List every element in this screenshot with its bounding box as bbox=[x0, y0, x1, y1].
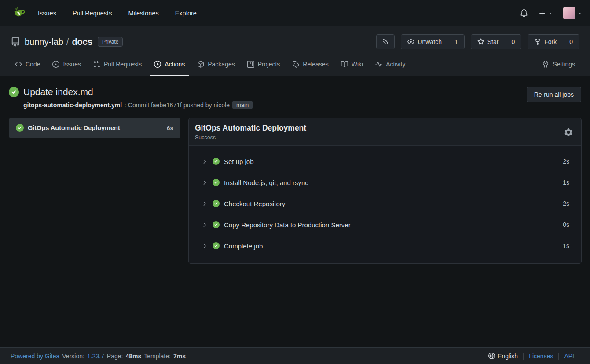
globe-icon bbox=[488, 353, 495, 359]
check-circle-icon bbox=[213, 179, 220, 186]
language-label: English bbox=[498, 353, 518, 360]
create-new-button[interactable] bbox=[539, 10, 553, 17]
watch-count[interactable]: 1 bbox=[448, 35, 464, 49]
git-fork-icon bbox=[534, 38, 541, 45]
tab-projects[interactable]: Projects bbox=[243, 54, 285, 76]
licenses-link[interactable]: Licenses bbox=[523, 353, 558, 360]
tab-label: Pull Requests bbox=[104, 61, 142, 68]
run-status-success-icon bbox=[9, 87, 19, 97]
commit-info: : Commit faebe1671f pushed by nicole bbox=[125, 102, 230, 109]
tab-label: Settings bbox=[553, 61, 575, 68]
tab-releases[interactable]: Releases bbox=[288, 54, 333, 76]
check-circle-icon bbox=[16, 124, 24, 132]
unwatch-button[interactable]: Unwatch bbox=[401, 35, 447, 49]
api-link[interactable]: API bbox=[558, 353, 579, 360]
template-time: 7ms bbox=[173, 353, 186, 360]
visibility-badge: Private bbox=[98, 37, 123, 47]
navbar-right bbox=[520, 7, 582, 19]
fork-button-group: Fork 0 bbox=[528, 34, 579, 49]
tab-actions[interactable]: Actions bbox=[150, 54, 189, 76]
run-head-left: Update index.md gitops-automatic-deploym… bbox=[9, 87, 253, 109]
chevron-down-icon bbox=[548, 11, 553, 15]
page-time: 48ms bbox=[125, 353, 141, 360]
step-duration: 2s bbox=[563, 200, 569, 207]
step-row-copy[interactable]: Copy Repository Data to Production Serve… bbox=[189, 214, 581, 235]
user-menu[interactable] bbox=[563, 7, 582, 19]
step-row-install[interactable]: Install Node.js, git, and rsync 1s bbox=[189, 172, 581, 193]
step-duration: 1s bbox=[563, 242, 569, 249]
template-label: Template: bbox=[144, 353, 171, 360]
step-row-complete[interactable]: Complete job 1s bbox=[189, 235, 581, 256]
check-circle-icon bbox=[213, 158, 220, 165]
star-button[interactable]: Star bbox=[471, 35, 505, 49]
tab-wiki[interactable]: Wiki bbox=[337, 54, 367, 76]
code-icon bbox=[15, 61, 22, 68]
job-duration: 6s bbox=[167, 125, 173, 131]
version-link[interactable]: 1.23.7 bbox=[87, 353, 104, 360]
pulse-icon bbox=[375, 61, 382, 68]
run-body: GitOps Automatic Deployment 6s GitOps Au… bbox=[0, 114, 590, 264]
tools-icon bbox=[542, 61, 549, 68]
nav-issues[interactable]: Issues bbox=[38, 10, 56, 17]
tab-issues[interactable]: Issues bbox=[48, 54, 85, 76]
tab-label: Packages bbox=[208, 61, 235, 68]
tab-activity[interactable]: Activity bbox=[371, 54, 410, 76]
job-list: GitOps Automatic Deployment 6s bbox=[9, 118, 180, 264]
actions-run-view: Update index.md gitops-automatic-deploym… bbox=[0, 76, 590, 347]
nav-milestones[interactable]: Milestones bbox=[128, 10, 158, 17]
play-icon bbox=[154, 61, 161, 68]
star-label: Star bbox=[487, 38, 499, 45]
tab-code[interactable]: Code bbox=[11, 54, 44, 76]
tag-icon bbox=[292, 61, 299, 68]
language-selector[interactable]: English bbox=[483, 353, 523, 360]
check-circle-icon bbox=[213, 221, 220, 228]
book-icon bbox=[341, 61, 348, 68]
job-list-item[interactable]: GitOps Automatic Deployment 6s bbox=[9, 118, 180, 138]
rss-button[interactable] bbox=[377, 35, 394, 49]
tab-packages[interactable]: Packages bbox=[193, 54, 239, 76]
repo-actions: Unwatch 1 Star 0 Fork 0 bbox=[376, 34, 579, 49]
job-card-header-text: GitOps Automatic Deployment Success bbox=[195, 124, 306, 141]
run-meta: gitops-automatic-deployment.yml: Commit … bbox=[23, 101, 253, 109]
issue-opened-icon bbox=[52, 61, 59, 68]
job-settings-button[interactable] bbox=[564, 128, 572, 136]
step-duration: 2s bbox=[563, 158, 569, 165]
step-name: Install Node.js, git, and rsync bbox=[224, 179, 563, 186]
notifications-button[interactable] bbox=[520, 9, 528, 17]
step-duration: 1s bbox=[563, 179, 569, 186]
step-row-setup[interactable]: Set up job 2s bbox=[189, 151, 581, 172]
footer-right: English Licenses API bbox=[483, 353, 579, 360]
repo-name-link[interactable]: docs bbox=[72, 37, 92, 47]
top-navbar: Issues Pull Requests Milestones Explore bbox=[0, 0, 590, 26]
check-circle-icon bbox=[213, 200, 220, 207]
rerun-all-jobs-button[interactable]: Re-run all jobs bbox=[527, 87, 581, 102]
tab-label: Releases bbox=[303, 61, 328, 68]
nav-explore[interactable]: Explore bbox=[175, 10, 197, 17]
step-row-checkout[interactable]: Checkout Repository 2s bbox=[189, 193, 581, 214]
job-status-text: Success bbox=[195, 135, 306, 141]
step-name: Set up job bbox=[224, 158, 563, 165]
gitea-logo[interactable] bbox=[12, 6, 26, 20]
avatar bbox=[563, 7, 575, 19]
powered-by-gitea-link[interactable]: Powered by Gitea bbox=[11, 353, 59, 360]
nav-pull-requests[interactable]: Pull Requests bbox=[73, 10, 112, 17]
star-count[interactable]: 0 bbox=[505, 35, 521, 49]
unwatch-label: Unwatch bbox=[418, 38, 441, 45]
fork-count[interactable]: 0 bbox=[563, 35, 579, 49]
footer-left: Powered by Gitea Version: 1.23.7 Page: 4… bbox=[11, 353, 186, 360]
tab-pull-requests[interactable]: Pull Requests bbox=[89, 54, 146, 76]
version-label: Version: bbox=[62, 353, 84, 360]
job-detail-card: GitOps Automatic Deployment Success Set … bbox=[188, 118, 582, 264]
repo-owner-link[interactable]: bunny-lab bbox=[25, 37, 63, 47]
repo-tabs: Code Issues Pull Requests Actions Packag… bbox=[0, 54, 590, 76]
workflow-file-name: gitops-automatic-deployment.yml bbox=[23, 102, 122, 109]
breadcrumb-separator: / bbox=[66, 37, 69, 47]
job-name: GitOps Automatic Deployment bbox=[28, 124, 163, 131]
fork-button[interactable]: Fork bbox=[528, 35, 563, 49]
page-label: Page: bbox=[107, 353, 123, 360]
branch-badge[interactable]: main bbox=[232, 101, 253, 109]
repo-title-row: bunny-lab / docs Private Unwatch 1 bbox=[0, 26, 590, 54]
tab-settings[interactable]: Settings bbox=[538, 54, 579, 76]
repo-header: bunny-lab / docs Private Unwatch 1 bbox=[0, 26, 590, 76]
tab-label: Issues bbox=[63, 61, 81, 68]
